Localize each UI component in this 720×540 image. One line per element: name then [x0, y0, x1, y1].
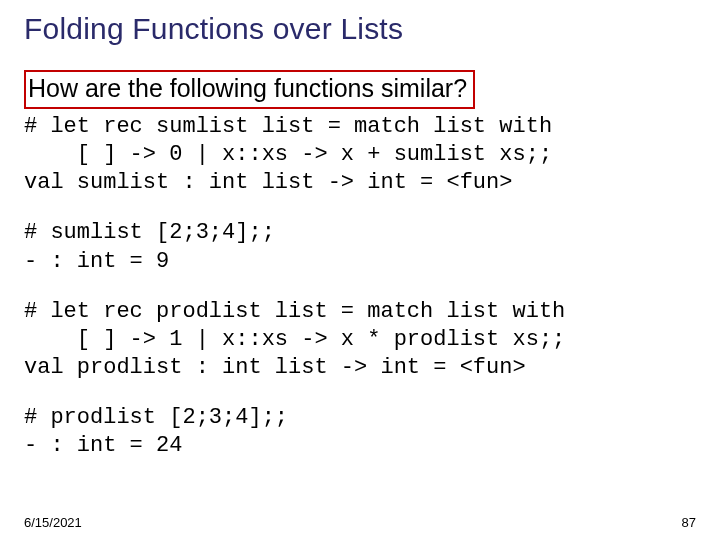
- footer-date: 6/15/2021: [24, 515, 82, 530]
- code-block-sumlist-eval: # sumlist [2;3;4];; - : int = 9: [24, 219, 696, 275]
- code-block-sumlist-def: # let rec sumlist list = match list with…: [24, 113, 696, 197]
- slide: Folding Functions over Lists How are the…: [0, 0, 720, 461]
- question-text: How are the following functions similar?: [28, 74, 467, 103]
- question-highlight-box: How are the following functions similar?: [24, 70, 475, 109]
- code-block-prodlist-eval: # prodlist [2;3;4];; - : int = 24: [24, 404, 696, 460]
- code-block-prodlist-def: # let rec prodlist list = match list wit…: [24, 298, 696, 382]
- footer-page-number: 87: [682, 515, 696, 530]
- slide-title: Folding Functions over Lists: [24, 12, 696, 46]
- slide-footer: 6/15/2021 87: [24, 515, 696, 530]
